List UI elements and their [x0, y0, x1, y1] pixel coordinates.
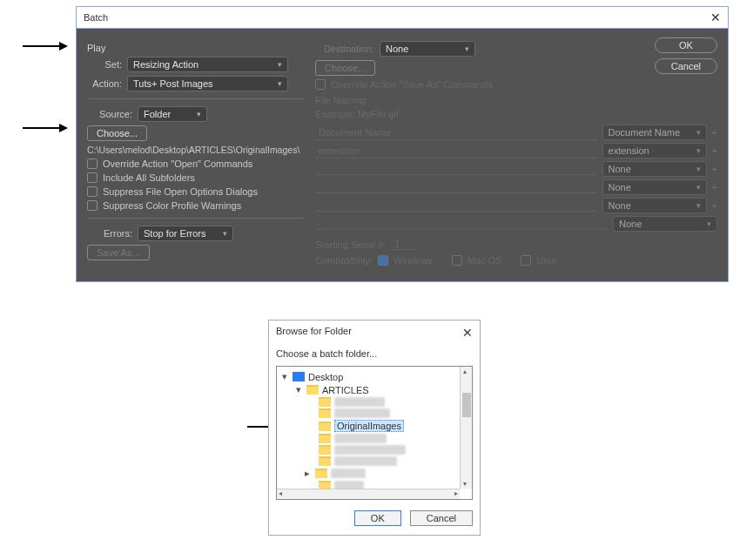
browse-subtitle: Choose a batch folder... [269, 345, 480, 366]
choose-dest-button[interactable]: Choose... [315, 60, 375, 76]
source-value: Folder [144, 109, 171, 119]
checkbox-include-subfolders[interactable] [87, 172, 98, 183]
source-select[interactable]: Folder ▾ [138, 106, 207, 122]
folder-tree[interactable]: ▾ Desktop ▾ ARTICLES OriginalImages [276, 366, 473, 500]
tree-item-blurred[interactable] [334, 481, 364, 489]
chevron-down-icon: ▾ [696, 165, 701, 173]
chevron-down-icon: ▾ [696, 128, 701, 137]
plus-icon: + [712, 200, 717, 211]
folder-icon [306, 385, 319, 395]
checkbox-compat-windows [378, 255, 388, 266]
ok-button[interactable]: OK [655, 37, 717, 53]
folder-icon [319, 408, 331, 418]
fn-select-5: None ▾ [602, 198, 707, 213]
set-select[interactable]: Resizing Action ▾ [127, 57, 288, 72]
divider [87, 218, 305, 219]
source-path: C:\Users\melod\Desktop\ARTICLES\Original… [87, 145, 305, 155]
errors-value: Stop for Errors [144, 228, 206, 239]
plus-icon: + [712, 127, 717, 138]
fn-field-3 [315, 163, 597, 175]
tree-item-blurred[interactable] [331, 469, 366, 478]
close-icon[interactable]: ✕ [462, 326, 473, 340]
label-override-save: Override Action "Save As" Commands [331, 79, 493, 90]
folder-icon [319, 456, 331, 466]
caret-down-icon[interactable]: ▾ [280, 371, 289, 382]
vertical-scrollbar[interactable]: ▴ ▾ [460, 367, 472, 489]
compat-label: Compatibility: [315, 255, 373, 266]
label-suppress-profile: Suppress Color Profile Warnings [103, 200, 241, 211]
scroll-left-icon[interactable]: ◂ [279, 489, 282, 497]
compat-windows-label: Windows [394, 255, 433, 266]
plus-icon: + [712, 164, 717, 174]
scroll-right-icon[interactable]: ▸ [454, 489, 458, 497]
compat-unix-label: Unix [536, 255, 555, 266]
annotation-arrow-choose [23, 127, 66, 129]
tree-item-blurred[interactable] [334, 434, 387, 443]
checkbox-suppress-dialogs[interactable] [87, 186, 98, 197]
fn-select-4: None ▾ [602, 179, 707, 195]
tree-originalimages-label[interactable]: OriginalImages [334, 420, 404, 432]
label-suppress-dialogs: Suppress File Open Options Dialogs [103, 186, 258, 197]
browse-folder-dialog: Browse for Folder ✕ Choose a batch folde… [268, 320, 481, 536]
browse-cancel-button[interactable]: Cancel [410, 510, 473, 526]
chevron-down-icon: ▾ [223, 229, 227, 238]
caret-down-icon[interactable]: ▾ [294, 384, 303, 395]
tree-item-blurred[interactable] [334, 445, 406, 455]
checkbox-suppress-profile[interactable] [87, 200, 98, 211]
scroll-down-icon[interactable]: ▾ [463, 480, 467, 488]
chevron-down-icon: ▾ [465, 44, 469, 53]
fn-field-1: Document Name [315, 125, 597, 140]
chevron-down-icon: ▾ [707, 219, 711, 228]
file-naming-label: File Naming [315, 95, 717, 105]
annotation-arrow-play [23, 45, 66, 47]
save-as-button[interactable]: Save As... [87, 245, 150, 260]
fn-select-1: Document Name ▾ [602, 125, 707, 140]
plus-icon: + [712, 182, 717, 192]
choose-source-button[interactable]: Choose... [87, 125, 147, 141]
starting-serial-input: 1 [391, 239, 417, 250]
caret-right-icon[interactable]: ▸ [303, 468, 312, 479]
tree-item-blurred[interactable] [334, 408, 390, 418]
source-label: Source: [87, 109, 132, 119]
destination-select[interactable]: None ▾ [380, 41, 475, 57]
play-section-label: Play [87, 43, 305, 53]
browse-ok-button[interactable]: OK [354, 510, 401, 526]
scroll-up-icon[interactable]: ▴ [463, 368, 467, 375]
chevron-down-icon: ▾ [696, 183, 701, 192]
set-value: Resizing Action [133, 59, 198, 70]
tree-item-blurred[interactable] [334, 397, 385, 407]
checkbox-compat-mac [452, 255, 462, 266]
checkbox-override-open[interactable] [87, 159, 98, 169]
chevron-down-icon: ▾ [278, 60, 282, 69]
fn-select-2: extension ▾ [602, 143, 707, 159]
folder-icon [319, 434, 331, 443]
close-icon[interactable]: ✕ [710, 10, 721, 24]
plus-icon: + [712, 145, 717, 156]
chevron-down-icon: ▾ [696, 146, 701, 155]
errors-label: Errors: [87, 228, 132, 239]
batch-title-text: Batch [84, 12, 108, 23]
action-value: Tuts+ Post Images [133, 78, 213, 89]
browse-titlebar: Browse for Folder ✕ [269, 320, 480, 345]
divider [87, 98, 305, 99]
starting-serial-label: Starting Serial #: [315, 240, 386, 250]
destination-value: None [386, 44, 408, 54]
tree-item-blurred[interactable] [334, 456, 397, 466]
errors-select[interactable]: Stop for Errors ▾ [138, 226, 233, 241]
batch-titlebar: Batch ✕ [77, 7, 728, 29]
scrollbar-thumb[interactable] [462, 393, 471, 417]
folder-icon [319, 445, 331, 455]
tree-articles-label[interactable]: ARTICLES [322, 385, 369, 395]
desktop-icon [293, 372, 305, 381]
action-select[interactable]: Tuts+ Post Images ▾ [127, 76, 288, 91]
horizontal-scrollbar[interactable]: ◂ ▸ [277, 489, 460, 499]
browse-title-text: Browse for Folder [276, 326, 352, 340]
cancel-button[interactable]: Cancel [655, 58, 717, 74]
checkbox-compat-unix [521, 255, 531, 266]
label-include-subfolders: Include All Subfolders [103, 172, 195, 183]
batch-dialog: Batch ✕ Play Set: Resizing Action ▾ Acti… [76, 6, 729, 282]
tree-desktop-label[interactable]: Desktop [308, 372, 343, 382]
action-label: Action: [87, 78, 122, 89]
fn-field-6 [315, 218, 608, 230]
folder-icon [319, 422, 331, 431]
